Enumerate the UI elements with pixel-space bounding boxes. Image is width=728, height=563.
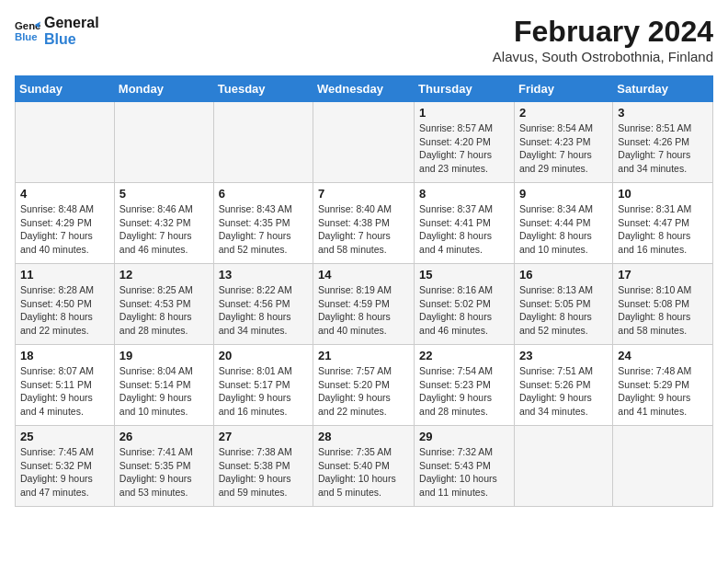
day-header-wednesday: Wednesday [313, 76, 415, 102]
day-number: 5 [119, 187, 209, 201]
day-info: Sunrise: 8:57 AMSunset: 4:20 PMDaylight:… [419, 121, 509, 176]
day-info: Sunrise: 7:48 AMSunset: 5:29 PMDaylight:… [618, 364, 708, 419]
day-number: 4 [20, 187, 109, 201]
title-area: February 2024 Alavus, South Ostrobothnia… [493, 15, 713, 64]
day-number: 15 [419, 268, 509, 282]
day-header-tuesday: Tuesday [213, 76, 313, 102]
calendar-cell: 21Sunrise: 7:57 AMSunset: 5:20 PMDayligh… [313, 345, 415, 426]
day-number: 2 [519, 106, 608, 120]
logo-general: General [44, 15, 99, 31]
day-info: Sunrise: 7:41 AMSunset: 5:35 PMDaylight:… [119, 445, 209, 500]
day-info: Sunrise: 7:57 AMSunset: 5:20 PMDaylight:… [318, 364, 409, 419]
day-info: Sunrise: 7:51 AMSunset: 5:26 PMDaylight:… [519, 364, 608, 419]
day-number: 12 [119, 268, 209, 282]
calendar-cell [16, 102, 115, 183]
day-number: 1 [419, 106, 509, 120]
calendar-cell: 24Sunrise: 7:48 AMSunset: 5:29 PMDayligh… [613, 345, 713, 426]
day-info: Sunrise: 8:25 AMSunset: 4:53 PMDaylight:… [119, 283, 209, 338]
logo-blue: Blue [44, 31, 99, 48]
day-info: Sunrise: 8:13 AMSunset: 5:05 PMDaylight:… [519, 283, 608, 338]
day-number: 19 [119, 349, 209, 362]
calendar-cell: 7Sunrise: 8:40 AMSunset: 4:38 PMDaylight… [313, 183, 415, 264]
calendar-cell: 17Sunrise: 8:10 AMSunset: 5:08 PMDayligh… [613, 264, 713, 345]
day-number: 9 [519, 187, 608, 201]
day-number: 14 [318, 268, 409, 282]
calendar-cell: 10Sunrise: 8:31 AMSunset: 4:47 PMDayligh… [613, 183, 713, 264]
calendar-cell [313, 102, 415, 183]
day-header-monday: Monday [114, 76, 213, 102]
day-number: 21 [318, 349, 409, 362]
day-info: Sunrise: 8:40 AMSunset: 4:38 PMDaylight:… [318, 202, 409, 257]
calendar-cell: 6Sunrise: 8:43 AMSunset: 4:35 PMDaylight… [213, 183, 313, 264]
calendar-cell [613, 426, 713, 507]
calendar-cell [514, 426, 612, 507]
calendar-cell: 15Sunrise: 8:16 AMSunset: 5:02 PMDayligh… [415, 264, 515, 345]
calendar-cell: 12Sunrise: 8:25 AMSunset: 4:53 PMDayligh… [114, 264, 213, 345]
logo-icon: General Blue [15, 18, 40, 44]
day-info: Sunrise: 8:48 AMSunset: 4:29 PMDaylight:… [20, 202, 109, 257]
day-info: Sunrise: 8:46 AMSunset: 4:32 PMDaylight:… [119, 202, 209, 257]
day-number: 23 [519, 349, 608, 362]
day-info: Sunrise: 8:51 AMSunset: 4:26 PMDaylight:… [618, 121, 708, 176]
calendar-cell: 29Sunrise: 7:32 AMSunset: 5:43 PMDayligh… [415, 426, 515, 507]
day-info: Sunrise: 8:54 AMSunset: 4:23 PMDaylight:… [519, 121, 608, 176]
day-header-thursday: Thursday [415, 76, 515, 102]
day-number: 16 [519, 268, 608, 282]
day-number: 24 [618, 349, 708, 362]
calendar-week-2: 4Sunrise: 8:48 AMSunset: 4:29 PMDaylight… [16, 183, 713, 264]
day-number: 29 [419, 430, 509, 443]
day-number: 25 [20, 430, 109, 443]
day-info: Sunrise: 7:54 AMSunset: 5:23 PMDaylight:… [419, 364, 509, 419]
day-info: Sunrise: 7:38 AMSunset: 5:38 PMDaylight:… [219, 445, 308, 500]
day-number: 27 [219, 430, 308, 443]
day-number: 11 [20, 268, 109, 282]
calendar-cell: 2Sunrise: 8:54 AMSunset: 4:23 PMDaylight… [514, 102, 612, 183]
calendar-table: SundayMondayTuesdayWednesdayThursdayFrid… [15, 75, 713, 507]
calendar-cell: 19Sunrise: 8:04 AMSunset: 5:14 PMDayligh… [114, 345, 213, 426]
day-number: 6 [219, 187, 308, 201]
day-info: Sunrise: 8:10 AMSunset: 5:08 PMDaylight:… [618, 283, 708, 338]
day-info: Sunrise: 8:37 AMSunset: 4:41 PMDaylight:… [419, 202, 509, 257]
month-year-title: February 2024 [493, 15, 713, 49]
calendar-cell: 23Sunrise: 7:51 AMSunset: 5:26 PMDayligh… [514, 345, 612, 426]
calendar-cell: 18Sunrise: 8:07 AMSunset: 5:11 PMDayligh… [16, 345, 115, 426]
day-number: 13 [219, 268, 308, 282]
logo: General Blue General Blue [15, 15, 99, 47]
calendar-header-row: SundayMondayTuesdayWednesdayThursdayFrid… [16, 76, 713, 102]
calendar-cell [114, 102, 213, 183]
calendar-cell: 28Sunrise: 7:35 AMSunset: 5:40 PMDayligh… [313, 426, 415, 507]
day-number: 26 [119, 430, 209, 443]
day-info: Sunrise: 7:35 AMSunset: 5:40 PMDaylight:… [318, 445, 409, 500]
day-number: 8 [419, 187, 509, 201]
day-header-friday: Friday [514, 76, 612, 102]
day-info: Sunrise: 8:01 AMSunset: 5:17 PMDaylight:… [219, 364, 308, 419]
day-number: 28 [318, 430, 409, 443]
calendar-cell: 16Sunrise: 8:13 AMSunset: 5:05 PMDayligh… [514, 264, 612, 345]
calendar-week-4: 18Sunrise: 8:07 AMSunset: 5:11 PMDayligh… [16, 345, 713, 426]
calendar-cell: 8Sunrise: 8:37 AMSunset: 4:41 PMDaylight… [415, 183, 515, 264]
day-info: Sunrise: 8:43 AMSunset: 4:35 PMDaylight:… [219, 202, 308, 257]
calendar-cell: 1Sunrise: 8:57 AMSunset: 4:20 PMDaylight… [415, 102, 515, 183]
day-info: Sunrise: 7:32 AMSunset: 5:43 PMDaylight:… [419, 445, 509, 500]
page-header: General Blue General Blue February 2024 … [15, 15, 713, 64]
calendar-cell: 4Sunrise: 8:48 AMSunset: 4:29 PMDaylight… [16, 183, 115, 264]
calendar-cell: 3Sunrise: 8:51 AMSunset: 4:26 PMDaylight… [613, 102, 713, 183]
calendar-week-1: 1Sunrise: 8:57 AMSunset: 4:20 PMDaylight… [16, 102, 713, 183]
calendar-body: 1Sunrise: 8:57 AMSunset: 4:20 PMDaylight… [16, 102, 713, 507]
calendar-cell: 22Sunrise: 7:54 AMSunset: 5:23 PMDayligh… [415, 345, 515, 426]
day-info: Sunrise: 8:31 AMSunset: 4:47 PMDaylight:… [618, 202, 708, 257]
day-number: 17 [618, 268, 708, 282]
day-info: Sunrise: 7:45 AMSunset: 5:32 PMDaylight:… [20, 445, 109, 500]
day-number: 18 [20, 349, 109, 362]
day-info: Sunrise: 8:07 AMSunset: 5:11 PMDaylight:… [20, 364, 109, 419]
day-info: Sunrise: 8:34 AMSunset: 4:44 PMDaylight:… [519, 202, 608, 257]
svg-text:Blue: Blue [15, 30, 38, 41]
calendar-week-5: 25Sunrise: 7:45 AMSunset: 5:32 PMDayligh… [16, 426, 713, 507]
calendar-cell: 9Sunrise: 8:34 AMSunset: 4:44 PMDaylight… [514, 183, 612, 264]
day-info: Sunrise: 8:16 AMSunset: 5:02 PMDaylight:… [419, 283, 509, 338]
calendar-cell: 27Sunrise: 7:38 AMSunset: 5:38 PMDayligh… [213, 426, 313, 507]
day-info: Sunrise: 8:22 AMSunset: 4:56 PMDaylight:… [219, 283, 308, 338]
day-number: 7 [318, 187, 409, 201]
calendar-week-3: 11Sunrise: 8:28 AMSunset: 4:50 PMDayligh… [16, 264, 713, 345]
calendar-cell: 14Sunrise: 8:19 AMSunset: 4:59 PMDayligh… [313, 264, 415, 345]
